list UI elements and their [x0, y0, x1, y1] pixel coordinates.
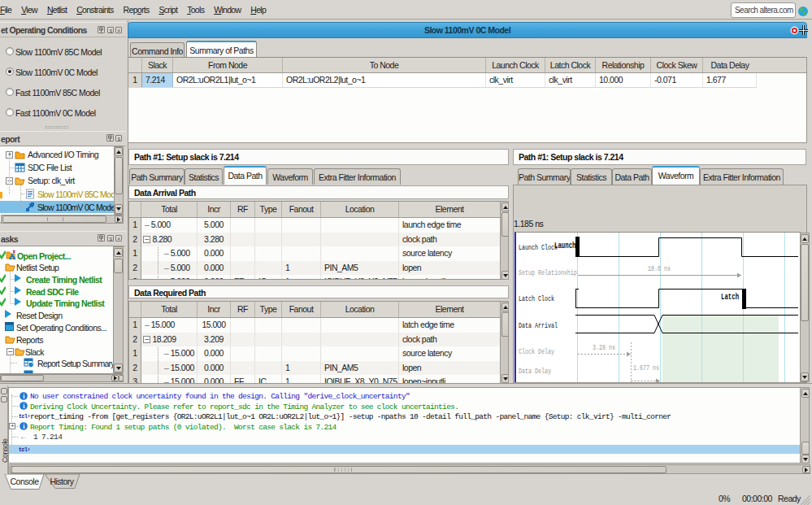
svg-text:History: History [50, 477, 74, 486]
svg-text:Console: Console [10, 477, 39, 486]
